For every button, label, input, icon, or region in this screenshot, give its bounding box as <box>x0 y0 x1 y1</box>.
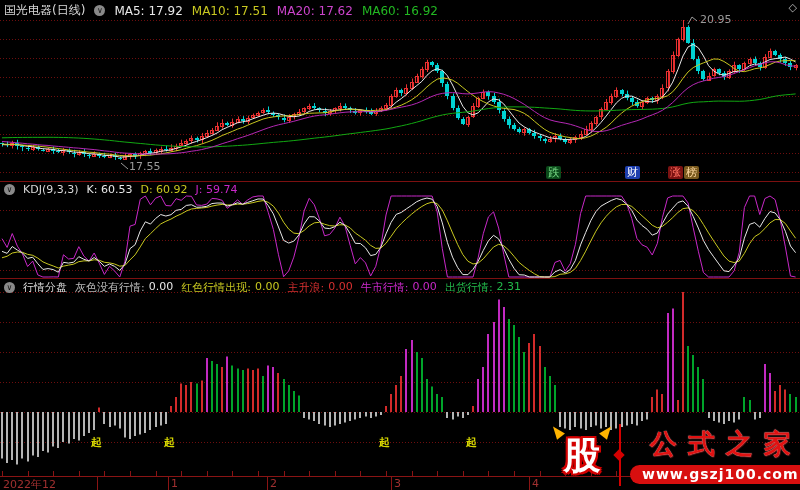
kdj-d-value: D: 60.92 <box>140 183 187 196</box>
legend-value: 0.00 <box>328 280 353 295</box>
indicator-header: ∨ 行情分盘 灰色没有行情: 0.00 红色行情出现: 0.00 主升浪: 0.… <box>4 280 521 295</box>
legend-value: 0.00 <box>149 280 174 295</box>
qi-marker: 起 <box>466 435 477 450</box>
price-low-label: 17.55 <box>129 160 161 173</box>
x-axis-month-label: 1 <box>171 477 178 490</box>
ma60-legend: MA60: 16.92 <box>362 4 438 18</box>
legend-value: 2.31 <box>497 280 522 295</box>
indicator-legend-main-wave: 主升浪: 0.00 <box>287 280 352 295</box>
watermark-divider <box>619 424 621 486</box>
collapse-chevron-icon[interactable]: ∨ <box>4 282 15 293</box>
chart-canvas[interactable] <box>0 0 800 490</box>
marker-diamond-icon[interactable]: ◇ <box>789 1 797 14</box>
indicator-legend-red-appear: 红色行情出现: 0.00 <box>181 280 279 295</box>
x-axis-month-label: 4 <box>532 477 539 490</box>
shortcut-finance-button[interactable]: 财 <box>625 166 640 179</box>
indicator-legend-gray: 灰色没有行情: 0.00 <box>75 280 173 295</box>
x-axis-year-label: 2022年12 <box>3 477 56 490</box>
kdj-k-value: K: 60.53 <box>87 183 133 196</box>
watermark-url: www.gszj100.com <box>630 465 800 484</box>
bull-horn-icon <box>599 423 615 439</box>
qi-marker: 起 <box>379 435 390 450</box>
collapse-chevron-icon[interactable]: ∨ <box>94 5 105 16</box>
stock-title: 国光电器(日线) <box>4 2 85 19</box>
indicator-title: 行情分盘 <box>23 280 67 295</box>
qi-marker: 起 <box>91 435 102 450</box>
shortcut-fall-rank-button[interactable]: 跌 <box>546 166 561 179</box>
legend-value: 0.00 <box>412 280 437 295</box>
indicator-legend-bull-market: 牛市行情: 0.00 <box>361 280 437 295</box>
kdj-header: ∨ KDJ(9,3,3) K: 60.53 D: 60.92 J: 59.74 <box>4 183 238 196</box>
ma20-legend: MA20: 17.62 <box>277 4 353 18</box>
kdj-title: KDJ(9,3,3) <box>23 183 79 196</box>
legend-value: 0.00 <box>255 280 280 295</box>
watermark: 股 公式之家 www.gszj100.com <box>554 421 800 489</box>
price-high-label: 20.95 <box>700 13 732 26</box>
ma10-legend: MA10: 17.51 <box>192 4 268 18</box>
trading-app-screen: 国光电器(日线) ∨ MA5: 17.92 MA10: 17.51 MA20: … <box>0 0 800 490</box>
watermark-name: 公式之家 <box>639 426 800 462</box>
shortcut-rise-button[interactable]: 涨 <box>668 166 683 179</box>
legend-label: 红色行情出现: <box>181 280 251 295</box>
kdj-j-value: J: 59.74 <box>196 183 238 196</box>
main-chart-header: 国光电器(日线) ∨ MA5: 17.92 MA10: 17.51 MA20: … <box>4 2 438 19</box>
shortcut-rank-button[interactable]: 榜 <box>684 166 699 179</box>
watermark-char: 股 <box>564 434 601 477</box>
legend-label: 主升浪: <box>287 280 324 295</box>
legend-label: 灰色没有行情: <box>75 280 145 295</box>
collapse-chevron-icon[interactable]: ∨ <box>4 184 15 195</box>
ma5-legend: MA5: 17.92 <box>114 4 182 18</box>
indicator-legend-sell-off: 出货行情: 2.31 <box>445 280 521 295</box>
bull-logo: 股 <box>554 427 610 483</box>
x-axis-month-label: 2 <box>270 477 277 490</box>
watermark-text-block: 公式之家 www.gszj100.com <box>630 426 800 484</box>
legend-label: 牛市行情: <box>361 280 409 295</box>
legend-label: 出货行情: <box>445 280 493 295</box>
watermark-diamond-icon <box>613 449 624 460</box>
x-axis-month-label: 3 <box>394 477 401 490</box>
qi-marker: 起 <box>164 435 175 450</box>
